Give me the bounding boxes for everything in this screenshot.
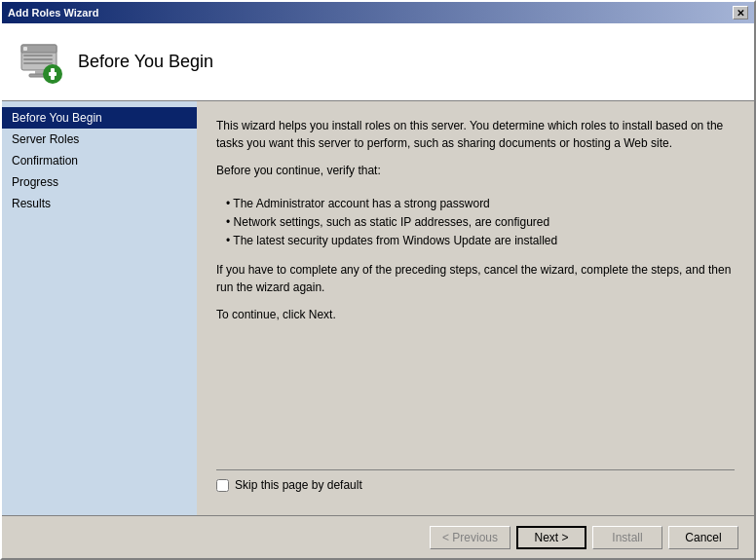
sidebar-item-progress[interactable]: Progress — [2, 171, 197, 193]
bullet-item-3: The latest security updates from Windows… — [226, 232, 735, 250]
header-area: Before You Begin — [2, 23, 754, 101]
paragraph-3: If you have to complete any of the prece… — [216, 261, 735, 296]
svg-rect-2 — [23, 47, 27, 51]
paragraph-1: This wizard helps you install roles on t… — [216, 117, 735, 152]
install-button[interactable]: Install — [592, 526, 662, 549]
main-window: Add Roles Wizard ✕ Before You Be — [0, 0, 756, 560]
sidebar-item-confirmation[interactable]: Confirmation — [2, 150, 197, 171]
next-button[interactable]: Next > — [516, 526, 586, 549]
previous-button[interactable]: < Previous — [430, 526, 510, 549]
footer: < Previous Next > Install Cancel — [2, 515, 754, 558]
svg-rect-10 — [51, 68, 55, 80]
bullet-list: The Administrator account has a strong p… — [226, 195, 735, 251]
sidebar: Before You Begin Server Roles Confirmati… — [2, 101, 197, 515]
title-bar: Add Roles Wizard ✕ — [2, 2, 754, 23]
svg-rect-3 — [23, 55, 53, 56]
server-add-icon — [18, 39, 64, 86]
sidebar-item-before-you-begin[interactable]: Before You Begin — [2, 107, 197, 129]
close-button[interactable]: ✕ — [733, 6, 748, 19]
main-area: Before You Begin Server Roles Confirmati… — [2, 101, 754, 515]
bullet-item-2: Network settings, such as static IP addr… — [226, 213, 735, 232]
svg-rect-4 — [23, 58, 53, 60]
cancel-button[interactable]: Cancel — [668, 526, 738, 549]
sidebar-item-server-roles[interactable]: Server Roles — [2, 129, 197, 150]
page-title: Before You Begin — [78, 52, 213, 72]
skip-checkbox[interactable] — [216, 479, 229, 492]
skip-row: Skip this page by default — [216, 469, 735, 500]
content-area: This wizard helps you install roles on t… — [197, 101, 754, 515]
window-title: Add Roles Wizard — [8, 7, 98, 19]
skip-label: Skip this page by default — [235, 478, 362, 492]
sidebar-item-results[interactable]: Results — [2, 193, 197, 214]
svg-rect-5 — [23, 62, 53, 64]
bullet-item-1: The Administrator account has a strong p… — [226, 195, 735, 213]
paragraph-4: To continue, click Next. — [216, 306, 735, 323]
paragraph-2: Before you continue, verify that: — [216, 162, 735, 179]
